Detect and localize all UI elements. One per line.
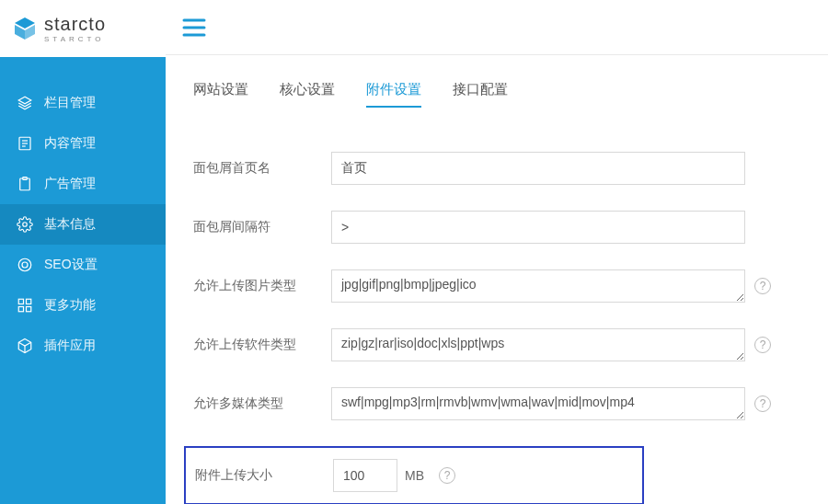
tab-site[interactable]: 网站设置 [193, 81, 248, 108]
sidebar-item-columns[interactable]: 栏目管理 [0, 83, 166, 123]
field-label: 面包屑首页名 [193, 160, 331, 177]
row-upload-size: 附件上传大小 MB ? [186, 459, 642, 492]
svg-point-10 [23, 223, 28, 227]
tabs: 网站设置 核心设置 附件设置 接口配置 [193, 81, 810, 108]
svg-marker-3 [18, 97, 31, 104]
row-image-types: 允许上传图片类型 ? [193, 269, 810, 303]
logo-icon [13, 17, 37, 40]
tab-attach[interactable]: 附件设置 [366, 81, 421, 108]
row-media-types: 允许多媒体类型 ? [193, 387, 810, 420]
help-icon[interactable]: ? [754, 278, 771, 294]
document-icon [17, 135, 33, 152]
topbar [166, 0, 828, 55]
sidebar-item-label: 内容管理 [44, 135, 96, 152]
field-label: 允许上传图片类型 [193, 278, 331, 294]
row-software-types: 允许上传软件类型 ? [193, 328, 810, 361]
sidebar-item-seo[interactable]: SEO设置 [0, 245, 166, 285]
svg-rect-13 [18, 299, 23, 304]
tab-core[interactable]: 核心设置 [280, 81, 335, 108]
menu-toggle-icon[interactable] [182, 17, 206, 38]
row-breadcrumb-home: 面包屑首页名 [193, 152, 810, 185]
settings-form: 面包屑首页名 面包屑间隔符 允许上传图片类型 ? [193, 152, 810, 504]
row-breadcrumb-sep: 面包屑间隔符 [193, 211, 810, 244]
upload-size-input[interactable] [333, 459, 397, 492]
sidebar-item-plugins[interactable]: 插件应用 [0, 326, 166, 366]
sidebar: starcto STARCTO 栏目管理 内容管理 广告 [0, 0, 166, 504]
svg-rect-14 [27, 299, 31, 304]
upload-size-unit: MB [405, 468, 424, 483]
breadcrumb-sep-input[interactable] [331, 211, 745, 244]
sidebar-item-label: SEO设置 [44, 257, 98, 273]
sidebar-item-label: 栏目管理 [44, 95, 96, 111]
svg-rect-15 [18, 307, 23, 312]
software-types-input[interactable] [331, 328, 745, 361]
help-icon[interactable]: ? [754, 395, 771, 412]
field-label: 面包屑间隔符 [193, 219, 331, 235]
sidebar-item-ads[interactable]: 广告管理 [0, 164, 166, 204]
tab-api[interactable]: 接口配置 [453, 81, 508, 108]
gear-icon [17, 216, 33, 233]
sidebar-item-content[interactable]: 内容管理 [0, 123, 166, 164]
sidebar-item-label: 更多功能 [44, 297, 96, 314]
main: 网站设置 核心设置 附件设置 接口配置 面包屑首页名 面包屑间隔符 [166, 0, 828, 504]
help-icon[interactable]: ? [439, 467, 455, 484]
sidebar-item-basic[interactable]: 基本信息 [0, 204, 166, 245]
sidebar-item-more[interactable]: 更多功能 [0, 285, 166, 326]
sidebar-item-label: 基本信息 [44, 216, 96, 233]
grid-icon [17, 297, 33, 314]
content: 网站设置 核心设置 附件设置 接口配置 面包屑首页名 面包屑间隔符 [166, 55, 828, 504]
cube-icon [17, 338, 33, 354]
help-icon[interactable]: ? [754, 337, 771, 353]
svg-rect-16 [27, 307, 31, 312]
sidebar-item-label: 插件应用 [44, 338, 96, 354]
target-icon [17, 257, 33, 273]
brand-sub: STARCTO [44, 35, 106, 43]
image-types-input[interactable] [331, 269, 745, 303]
sidebar-nav: 栏目管理 内容管理 广告管理 基本信息 [0, 57, 166, 366]
breadcrumb-home-input[interactable] [331, 152, 745, 185]
svg-point-12 [22, 262, 28, 268]
media-types-input[interactable] [331, 387, 745, 420]
clipboard-icon [17, 176, 33, 192]
upload-size-highlight: 附件上传大小 MB ? [184, 446, 644, 504]
field-label: 允许多媒体类型 [193, 395, 331, 412]
sidebar-item-label: 广告管理 [44, 176, 96, 192]
layers-icon [17, 95, 33, 111]
svg-point-11 [18, 258, 31, 271]
brand-name: starcto [44, 15, 106, 33]
field-label: 附件上传大小 [195, 467, 333, 484]
brand-logo: starcto STARCTO [0, 0, 166, 57]
field-label: 允许上传软件类型 [193, 337, 331, 353]
